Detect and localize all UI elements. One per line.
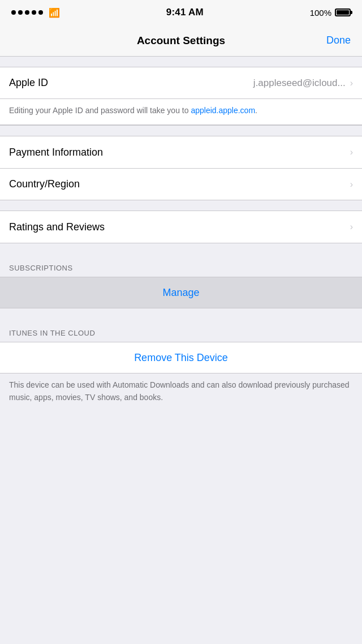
payment-information-label: Payment Information <box>9 147 350 158</box>
chevron-right-icon: › <box>350 222 353 232</box>
footer-text: This device can be used with Automatic D… <box>9 379 353 403</box>
ratings-reviews-row[interactable]: Ratings and Reviews › <box>0 211 362 243</box>
wifi-icon: 📶 <box>49 7 60 18</box>
country-region-row[interactable]: Country/Region › <box>0 168 362 200</box>
signal-dots <box>11 10 43 15</box>
status-left: 📶 <box>11 7 60 18</box>
description-text-before: Editing your Apple ID and password will … <box>9 106 191 115</box>
apple-id-link[interactable]: appleid.apple.com <box>191 106 255 115</box>
apple-id-description: Editing your Apple ID and password will … <box>0 99 362 125</box>
description-text-after: . <box>255 106 257 115</box>
apple-id-section: Apple ID j.appleseed@icloud... › Editing… <box>0 67 362 126</box>
chevron-right-icon: › <box>350 78 353 88</box>
apple-id-value: j.appleseed@icloud... <box>253 78 346 89</box>
manage-row[interactable]: Manage <box>0 277 362 308</box>
section-gap-1 <box>0 57 362 67</box>
ratings-reviews-label: Ratings and Reviews <box>9 221 350 233</box>
section-gap-4 <box>0 243 362 254</box>
country-region-label: Country/Region <box>9 178 350 190</box>
manage-label: Manage <box>162 287 199 299</box>
done-button[interactable]: Done <box>326 35 351 46</box>
section-gap-5 <box>0 308 362 319</box>
apple-id-label: Apple ID <box>9 77 253 89</box>
chevron-right-icon: › <box>350 147 353 157</box>
nav-bar: Account Settings Done <box>0 25 362 57</box>
footer-description: This device can be used with Automatic D… <box>0 373 362 415</box>
remove-device-label: Remove This Device <box>134 352 228 364</box>
status-bar: 📶 9:41 AM 100% <box>0 0 362 25</box>
battery-percent: 100% <box>310 8 331 18</box>
battery-icon <box>335 8 351 16</box>
chevron-right-icon: › <box>350 179 353 190</box>
ratings-section: Ratings and Reviews › <box>0 211 362 243</box>
page-title: Account Settings <box>137 35 225 47</box>
remove-device-row[interactable]: Remove This Device <box>0 342 362 373</box>
payment-information-row[interactable]: Payment Information › <box>0 136 362 168</box>
payment-country-section: Payment Information › Country/Region › <box>0 136 362 200</box>
status-time: 9:41 AM <box>166 7 204 18</box>
section-gap-3 <box>0 200 362 211</box>
status-right: 100% <box>310 8 351 18</box>
itunes-cloud-header: iTUNES IN THE CLOUD <box>0 319 362 342</box>
section-gap-2 <box>0 126 362 136</box>
apple-id-row[interactable]: Apple ID j.appleseed@icloud... › <box>0 67 362 99</box>
subscriptions-header: SUBSCRIPTIONS <box>0 254 362 277</box>
